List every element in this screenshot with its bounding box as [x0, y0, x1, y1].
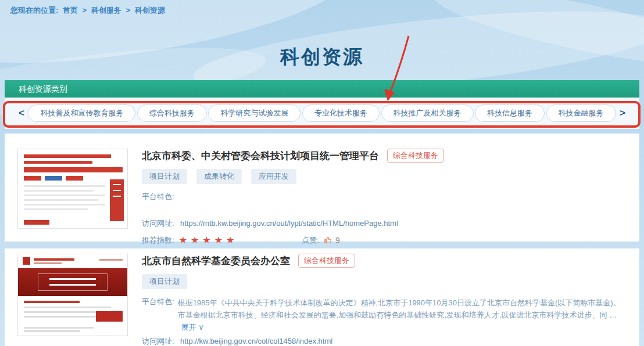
expand-link[interactable]: 展开 ∨ [181, 323, 204, 331]
likes-count: 9 [335, 236, 340, 245]
thumb-graphic-bar [24, 194, 105, 196]
thumb-graphic-bar [24, 301, 80, 303]
thumb-graphic-bar [66, 176, 83, 181]
thumb-graphic-bar [24, 307, 111, 308]
tag-achievement-transform: 成果转化 [196, 169, 242, 184]
star-icon [179, 235, 187, 245]
breadcrumb-current: 科创资源 [135, 6, 165, 15]
category-pill-zhuanye[interactable]: 专业化技术服务 [302, 104, 380, 122]
thumb-graphic-bar [24, 161, 92, 164]
star-icon [202, 235, 210, 245]
category-pill-zonghe[interactable]: 综合科技服务 [137, 104, 207, 122]
thumb-graphic-bar [96, 311, 123, 322]
feature-label: 平台特色: [142, 192, 174, 202]
thumb-graphic-bar [24, 154, 111, 158]
thumb-graphic-bar [24, 327, 94, 329]
platform-url-link[interactable]: http://kw.beijing.gov.cn/col/col1458/ind… [180, 337, 332, 345]
breadcrumb-label: 您现在的位置: [10, 6, 58, 15]
thumb-graphic-panel [110, 179, 124, 221]
resource-card: 北京市自然科学基金委员会办公室 综合科技服务 项目计划 平台特色: 根据1985… [5, 248, 639, 346]
category-tag-badge: 综合科技服务 [298, 254, 355, 268]
category-pill-jinrong[interactable]: 科技金融服务 [546, 104, 616, 122]
platform-title[interactable]: 北京市科委、中关村管委会科技计划项目统一管理平台 [142, 149, 379, 163]
thumb-graphic-bar [34, 262, 62, 264]
feature-label: 平台特色: [142, 297, 174, 333]
platform-thumbnail[interactable] [17, 254, 128, 336]
feature-text: 根据1985年《中共中央关于科学技术体制改革的决定》精神,北京市于1990年10… [178, 297, 627, 333]
thumb-graphic-bar [24, 185, 105, 187]
thumb-graphic-bar [99, 259, 123, 261]
resource-card: 北京市科委、中关村管委会科技计划项目统一管理平台 综合科技服务 项目计划 成果转… [5, 134, 639, 242]
tag-project-plan: 项目计划 [142, 169, 187, 184]
category-pill-tuiguang[interactable]: 科技推广及相关服务 [381, 104, 474, 122]
breadcrumb: 您现在的位置: 首页 > 科创服务 > 科创资源 [10, 5, 167, 16]
url-label: 访问网址: [142, 219, 174, 228]
chevron-left-icon[interactable]: < [16, 107, 27, 119]
breadcrumb-home[interactable]: 首页 [63, 6, 78, 15]
chevron-down-icon: ∨ [198, 323, 204, 331]
star-icon [191, 235, 199, 245]
category-filter-bar: < 科技普及和宣传教育服务 综合科技服务 科学研究与试验发展 专业化技术服务 科… [5, 98, 639, 129]
thumb-graphic-bar [24, 208, 88, 210]
category-pill-kepu[interactable]: 科技普及和宣传教育服务 [28, 104, 135, 122]
chevron-right-icon[interactable]: > [617, 107, 628, 119]
page-title: 科创资源 [0, 44, 644, 70]
thumb-graphic-bar [24, 220, 49, 225]
tag-app-development: 应用开发 [251, 169, 296, 184]
breadcrumb-separator: > [83, 6, 87, 15]
category-panel-header: 科创资源类别 [5, 80, 639, 98]
category-tag-badge: 综合科技服务 [387, 149, 444, 163]
platform-title[interactable]: 北京市自然科学基金委员会办公室 [142, 254, 290, 268]
likes-label: 点赞: [302, 235, 319, 246]
likes-group: 点赞: 9 [302, 235, 339, 246]
tag-project-plan: 项目计划 [142, 274, 187, 289]
thumb-graphic-bar [24, 167, 123, 172]
rating-stars [179, 235, 238, 246]
thumb-graphic-bar [24, 176, 41, 181]
thumb-graphic-bar [24, 199, 98, 201]
breadcrumb-kechuang-service[interactable]: 科创服务 [91, 6, 121, 15]
star-icon [214, 235, 223, 245]
thumb-banner [18, 268, 127, 296]
platform-thumbnail[interactable] [17, 149, 128, 229]
thumb-graphic-bar [24, 204, 105, 206]
thumb-graphic-bar [45, 176, 62, 181]
rating-label: 推荐指数: [142, 235, 174, 246]
thumbs-up-icon[interactable] [324, 236, 332, 244]
thumb-logo [23, 257, 30, 265]
category-pill-yanjiu[interactable]: 科学研究与试验发展 [208, 104, 300, 122]
category-pill-xinxi[interactable]: 科技信息服务 [475, 104, 545, 122]
thumb-graphic-bar [24, 190, 94, 192]
platform-url-link[interactable]: https://mtb.kw.beijing.gov.cn/out/lypt/s… [180, 219, 398, 228]
breadcrumb-separator: > [126, 6, 130, 15]
url-label: 访问网址: [142, 337, 174, 345]
thumb-graphic-bar [34, 258, 74, 261]
star-icon [226, 235, 234, 245]
thumb-graphic-bar [24, 330, 80, 332]
thumb-graphic-bar [24, 311, 101, 313]
